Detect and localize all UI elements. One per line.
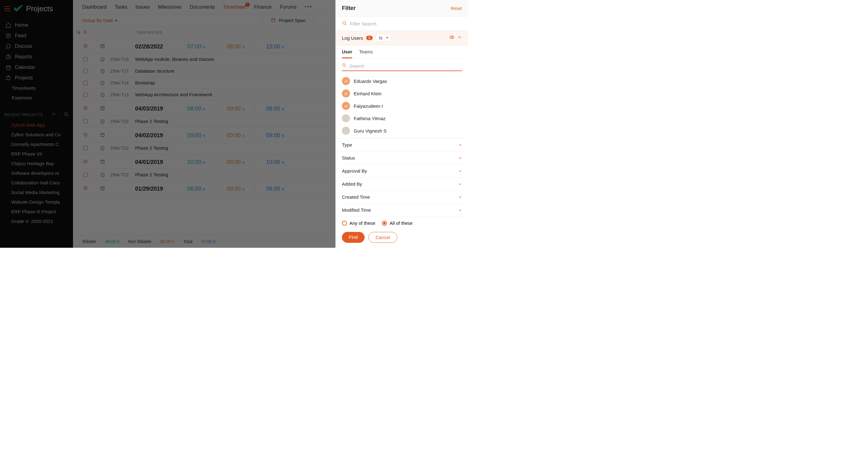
- subtab-user[interactable]: User: [342, 49, 352, 58]
- avatar: [342, 114, 350, 122]
- collapse-criteria-icon[interactable]: [457, 35, 462, 41]
- filter-section[interactable]: Status: [336, 152, 468, 165]
- filter-user-option[interactable]: Fathima Yilmaz: [339, 112, 465, 125]
- match-all-radio[interactable]: All of these: [382, 221, 412, 226]
- svg-line-40: [345, 24, 346, 25]
- filter-section[interactable]: Added By: [336, 177, 468, 191]
- filter-section[interactable]: Approval By: [336, 165, 468, 177]
- filter-section-label: Status: [342, 155, 355, 161]
- check-icon: [342, 77, 350, 85]
- filter-section[interactable]: Type: [336, 138, 468, 152]
- svg-point-39: [343, 22, 346, 24]
- filter-user-option[interactable]: Faiyazudeen I: [339, 100, 465, 112]
- filter-section[interactable]: Created Time: [336, 191, 468, 204]
- match-all-label: All of these: [390, 221, 412, 226]
- filter-search: [336, 17, 468, 31]
- avatar: [342, 127, 350, 135]
- filter-section-label: Approval By: [342, 168, 367, 173]
- filter-section-label: Type: [342, 142, 352, 148]
- filter-section-label: Added By: [342, 181, 362, 187]
- search-icon: [342, 63, 346, 69]
- search-icon: [342, 21, 347, 27]
- filter-criteria-row: Log Users 5 Is: [336, 31, 468, 45]
- user-list: Eduardo VargasEinhard KleinFaiyazudeen I…: [336, 73, 468, 138]
- filter-user-option[interactable]: Eduardo Vargas: [339, 75, 465, 87]
- filter-sections: TypeStatusApproval ByAdded ByCreated Tim…: [336, 138, 468, 217]
- clear-criteria-icon[interactable]: [449, 35, 454, 41]
- filter-panel: Filter Reset Log Users 5 Is User Teams E…: [335, 0, 468, 248]
- filter-actions: Find Cancel: [336, 229, 468, 248]
- find-button[interactable]: Find: [342, 232, 365, 243]
- user-name: Einhard Klein: [354, 91, 381, 96]
- filter-reset-button[interactable]: Reset: [451, 6, 462, 11]
- filter-user-option[interactable]: Einhard Klein: [339, 87, 465, 100]
- check-icon: [342, 90, 350, 97]
- user-name: Faiyazudeen I: [354, 103, 383, 109]
- user-name: Guru Vignesh S: [354, 128, 386, 133]
- check-icon: [342, 102, 350, 110]
- svg-point-43: [343, 64, 345, 66]
- match-any-label: Any of these: [349, 221, 375, 226]
- filter-user-option[interactable]: Guru Vignesh S: [339, 125, 465, 137]
- user-name: Eduardo Vargas: [354, 78, 387, 84]
- cancel-button[interactable]: Cancel: [368, 232, 397, 243]
- criteria-count-badge: 5: [366, 36, 372, 40]
- filter-search-input[interactable]: [350, 21, 462, 26]
- subtab-teams[interactable]: Teams: [359, 49, 373, 58]
- filter-section[interactable]: Modified Time: [336, 204, 468, 217]
- filter-user-option[interactable]: Kamalakannan R: [339, 137, 465, 138]
- filter-match-mode: Any of these All of these: [336, 217, 468, 229]
- user-search-input[interactable]: [349, 63, 462, 69]
- filter-title: Filter: [342, 5, 355, 11]
- filter-section-label: Modified Time: [342, 207, 371, 213]
- match-any-radio[interactable]: Any of these: [342, 221, 375, 226]
- filter-section-label: Created Time: [342, 194, 370, 200]
- user-name: Fathima Yilmaz: [354, 116, 386, 121]
- criteria-label: Log Users: [342, 35, 363, 41]
- filter-subtabs: User Teams: [336, 45, 468, 59]
- svg-line-44: [345, 66, 346, 67]
- filter-header: Filter Reset: [336, 0, 468, 17]
- user-search: [342, 61, 462, 71]
- criteria-operator-dropdown[interactable]: Is: [376, 34, 392, 42]
